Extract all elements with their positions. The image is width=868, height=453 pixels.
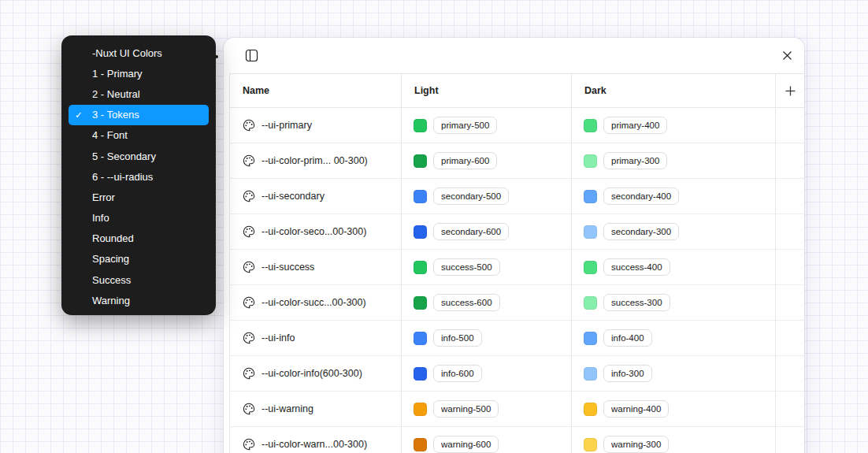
light-value-cell[interactable]: primary-600 <box>401 143 571 179</box>
token-alias-badge: warning-500 <box>433 400 499 418</box>
token-alias-badge: secondary-300 <box>603 223 679 240</box>
variable-name-cell[interactable]: --ui-success <box>229 250 401 285</box>
color-swatch <box>414 190 427 203</box>
menu-item-label: 1 - Primary <box>92 68 143 80</box>
variables-panel: Name Light Dark --ui-primaryprimary-500p… <box>223 37 805 453</box>
light-value-cell[interactable]: warning-500 <box>401 392 571 427</box>
light-value-cell[interactable]: success-500 <box>401 250 571 285</box>
empty-cell <box>775 356 804 392</box>
panel-toolbar <box>224 38 804 73</box>
menu-item[interactable]: 2 - Neutral <box>69 84 209 104</box>
collections-menu: -Nuxt UI Colors1 - Primary2 - Neutral✓3 … <box>61 35 216 315</box>
light-value-cell[interactable]: warning-600 <box>401 427 571 453</box>
variable-name-cell[interactable]: --ui-color-info(600-300) <box>229 356 401 392</box>
color-swatch <box>414 332 427 345</box>
table-header-row: Name Light Dark <box>224 73 804 108</box>
token-alias-badge: secondary-500 <box>433 188 509 205</box>
dark-value-cell[interactable]: secondary-300 <box>571 214 775 250</box>
menu-item[interactable]: 1 - Primary <box>69 63 209 84</box>
menu-item[interactable]: Info <box>69 208 209 228</box>
variable-name-cell[interactable]: --ui-warning <box>229 392 401 427</box>
variable-name-cell[interactable]: --ui-primary <box>229 108 401 143</box>
light-value-cell[interactable]: primary-500 <box>401 108 571 143</box>
empty-cell <box>775 392 804 427</box>
variable-name-cell[interactable]: --ui-color-warn...00-300) <box>229 427 401 453</box>
empty-cell <box>775 285 804 321</box>
empty-cell <box>775 214 804 250</box>
menu-item[interactable]: 5 - Secondary <box>69 146 209 166</box>
add-mode-button[interactable] <box>775 73 804 108</box>
table-row: --ui-color-warn...00-300)warning-600warn… <box>224 427 804 453</box>
close-button[interactable] <box>774 43 799 69</box>
variable-name-cell[interactable]: --ui-secondary <box>229 179 401 214</box>
variable-name: --ui-info <box>262 332 295 343</box>
variable-name: --ui-secondary <box>262 191 325 202</box>
token-alias-badge: success-300 <box>603 294 670 311</box>
menu-item[interactable]: Rounded <box>69 228 209 249</box>
menu-item[interactable]: Warning <box>69 290 209 310</box>
light-value-cell[interactable]: info-600 <box>401 356 571 392</box>
color-swatch <box>414 261 427 274</box>
table-row: --ui-infoinfo-500info-400 <box>224 321 804 356</box>
menu-item[interactable]: Spacing <box>69 249 209 269</box>
variables-table: Name Light Dark --ui-primaryprimary-500p… <box>224 73 804 453</box>
dark-value-cell[interactable]: success-400 <box>571 250 775 285</box>
variable-name-cell[interactable]: --ui-color-seco...00-300) <box>229 214 401 250</box>
token-alias-badge: primary-500 <box>433 117 497 134</box>
token-alias-badge: success-500 <box>433 258 500 276</box>
token-alias-badge: info-400 <box>603 329 652 347</box>
dark-value-cell[interactable]: info-400 <box>571 321 775 356</box>
token-alias-badge: warning-300 <box>603 436 669 453</box>
menu-item-label: 6 - --ui-radius <box>92 171 153 183</box>
menu-item[interactable]: Error <box>69 187 209 207</box>
menu-item-label: 2 - Neutral <box>92 88 140 100</box>
menu-item[interactable]: 6 - --ui-radius <box>69 166 209 187</box>
light-value-cell[interactable]: secondary-600 <box>401 214 571 250</box>
token-alias-badge: info-500 <box>433 329 482 347</box>
token-alias-badge: success-400 <box>603 258 670 276</box>
light-value-cell[interactable]: success-600 <box>401 285 571 321</box>
color-swatch <box>584 438 597 451</box>
table-row: --ui-successsuccess-500success-400 <box>224 250 804 285</box>
palette-icon <box>243 154 255 167</box>
dark-value-cell[interactable]: primary-300 <box>571 143 775 179</box>
table-body: --ui-primaryprimary-500primary-400--ui-c… <box>224 108 804 453</box>
table-row: --ui-color-seco...00-300)secondary-600se… <box>224 214 804 250</box>
menu-item-label: 3 - Tokens <box>92 109 139 121</box>
menu-item[interactable]: ✓3 - Tokens <box>69 105 209 125</box>
menu-item[interactable]: -Nuxt UI Colors <box>69 43 209 63</box>
table-gutter <box>224 179 229 214</box>
menu-item[interactable]: Success <box>69 269 209 290</box>
palette-icon <box>243 403 255 415</box>
dark-value-cell[interactable]: primary-400 <box>571 108 775 143</box>
light-value-cell[interactable]: secondary-500 <box>401 179 571 214</box>
palette-icon <box>243 261 255 273</box>
palette-icon <box>243 119 255 132</box>
variable-name-cell[interactable]: --ui-color-prim... 00-300) <box>229 143 401 179</box>
dark-value-cell[interactable]: info-300 <box>571 356 775 392</box>
menu-item-label: -Nuxt UI Colors <box>92 47 162 59</box>
token-alias-badge: warning-600 <box>433 436 499 453</box>
menu-item-label: Spacing <box>92 253 129 265</box>
dark-value-cell[interactable]: success-300 <box>571 285 775 321</box>
variable-name-cell[interactable]: --ui-info <box>229 321 401 356</box>
light-value-cell[interactable]: info-500 <box>401 321 571 356</box>
variable-name: --ui-color-seco...00-300) <box>262 226 366 237</box>
sidebar-toggle-button[interactable] <box>239 43 264 69</box>
token-alias-badge: info-600 <box>433 365 482 382</box>
variable-name: --ui-color-warn...00-300) <box>262 439 367 450</box>
menu-item-label: Rounded <box>92 232 134 244</box>
dark-value-cell[interactable]: secondary-400 <box>571 179 775 214</box>
empty-cell <box>775 427 804 453</box>
token-alias-badge: primary-600 <box>433 152 497 169</box>
dark-value-cell[interactable]: warning-300 <box>571 427 775 453</box>
variable-name-cell[interactable]: --ui-color-succ...00-300) <box>229 285 401 321</box>
column-header-name: Name <box>229 73 401 108</box>
palette-icon <box>243 296 255 309</box>
color-swatch <box>414 119 427 132</box>
token-alias-badge: info-300 <box>603 365 652 382</box>
table-gutter <box>224 214 229 250</box>
table-row: --ui-color-succ...00-300)success-600succ… <box>224 285 804 321</box>
menu-item[interactable]: 4 - Font <box>69 125 209 146</box>
dark-value-cell[interactable]: warning-400 <box>571 392 775 427</box>
